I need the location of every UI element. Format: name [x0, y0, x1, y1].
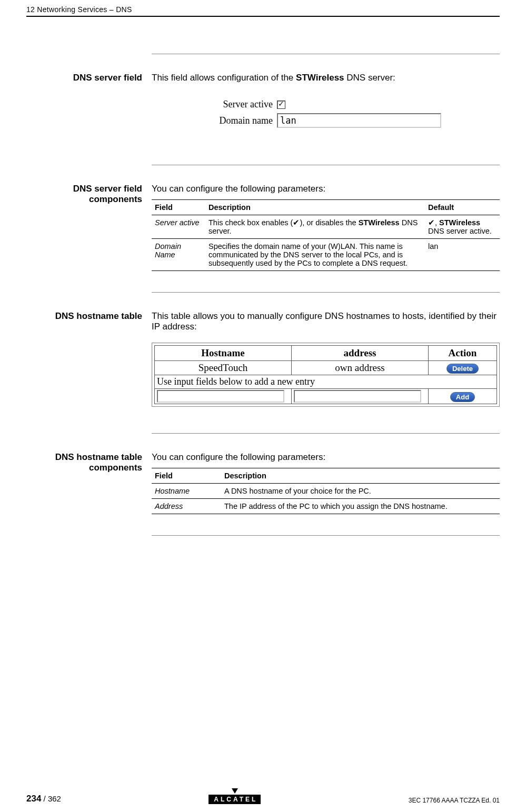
page-number: 234 / 362 — [26, 794, 61, 804]
col-field: Field — [152, 468, 221, 484]
table-row: Server active This check box enables (✔)… — [152, 215, 500, 239]
doc-reference: 3EC 17766 AAAA TCZZA Ed. 01 — [409, 797, 500, 804]
cell-default: ✔, STWireless DNS server active. — [425, 215, 500, 239]
page-header: 12 Networking Services – DNS — [26, 0, 500, 17]
server-active-label: Server active — [210, 99, 277, 110]
divider — [152, 433, 500, 434]
server-active-checkbox[interactable] — [277, 101, 285, 109]
server-field-params-table: Field Description Default Server active … — [152, 199, 500, 271]
text-bold: STWireless — [359, 218, 400, 227]
col-hostname: Hostname — [155, 346, 292, 361]
logo-text: ALCATEL — [209, 795, 261, 804]
page-total: / 362 — [41, 794, 61, 803]
col-default: Default — [425, 200, 500, 215]
cell-desc: This check box enables (✔), or disables … — [205, 215, 425, 239]
cell-field: Domain Name — [152, 239, 205, 271]
cell-desc: The IP address of the PC to which you as… — [221, 499, 500, 514]
text: ), or disables the — [300, 218, 358, 227]
hostname-input[interactable] — [157, 390, 284, 403]
divider — [152, 165, 500, 165]
cell-hostname: SpeedTouch — [155, 361, 292, 375]
add-entry-instruction: Use input fields below to add a new entr… — [155, 375, 497, 389]
cell-default: lan — [425, 239, 500, 271]
col-desc: Description — [205, 200, 425, 215]
col-address: address — [292, 346, 429, 361]
logo-triangle-icon — [232, 788, 238, 794]
section-intro: You can configure the following paramete… — [152, 184, 500, 194]
text: , — [435, 218, 439, 227]
divider — [152, 54, 500, 54]
cell-input — [292, 389, 429, 404]
cell-desc: Specifies the domain name of your (W)LAN… — [205, 239, 425, 271]
cell-action: Delete — [429, 361, 497, 375]
text: This check box enables ( — [209, 218, 293, 227]
section-intro: You can configure the following paramete… — [152, 452, 500, 463]
cell-field: Hostname — [152, 484, 221, 499]
hostname-params-table: Field Description Hostname A DNS hostnam… — [152, 468, 500, 514]
text: This field allows configuration of the — [152, 73, 296, 83]
server-field-intro: This field allows configuration of the S… — [152, 73, 500, 83]
section-intro: This table allows you to manually config… — [152, 311, 500, 332]
check-icon: ✔ — [428, 218, 435, 227]
col-field: Field — [152, 200, 205, 215]
section-label-server-field-components: DNS server field components — [37, 184, 152, 271]
add-button[interactable]: Add — [450, 392, 475, 402]
page-footer: 234 / 362 ALCATEL 3EC 17766 AAAA TCZZA E… — [26, 788, 500, 804]
page-current: 234 — [26, 794, 41, 804]
col-action: Action — [429, 346, 497, 361]
cell-field: Server active — [152, 215, 205, 239]
section-label-server-field: DNS server field — [37, 73, 152, 149]
section-label-hostname-table-components: DNS hostname table components — [37, 452, 152, 514]
cell-desc: A DNS hostname of your choice for the PC… — [221, 484, 500, 499]
cell-input — [155, 389, 292, 404]
table-row: SpeedTouch own address Delete — [155, 361, 497, 375]
delete-button[interactable]: Delete — [446, 364, 479, 374]
check-icon: ✔ — [293, 218, 300, 227]
domain-name-label: Domain name — [210, 115, 277, 126]
domain-name-input[interactable]: lan — [277, 113, 441, 128]
col-desc: Description — [221, 468, 500, 484]
divider — [152, 292, 500, 293]
section-label-hostname-table: DNS hostname table — [37, 311, 152, 417]
cell-action: Add — [429, 389, 497, 404]
cell-address: own address — [292, 361, 429, 375]
cell-field: Address — [152, 499, 221, 514]
table-row: Domain Name Specifies the domain name of… — [152, 239, 500, 271]
table-row: Address The IP address of the PC to whic… — [152, 499, 500, 514]
text-bold: STWireless — [439, 218, 480, 227]
text-bold: STWireless — [296, 73, 344, 83]
alcatel-logo: ALCATEL — [209, 788, 261, 804]
table-row: Hostname A DNS hostname of your choice f… — [152, 484, 500, 499]
text: DNS server: — [344, 73, 395, 83]
text: DNS server active. — [428, 227, 492, 235]
hostname-table-screenshot: Hostname address Action SpeedTouch own a… — [152, 343, 500, 407]
divider — [152, 535, 500, 536]
address-input[interactable] — [294, 390, 421, 403]
